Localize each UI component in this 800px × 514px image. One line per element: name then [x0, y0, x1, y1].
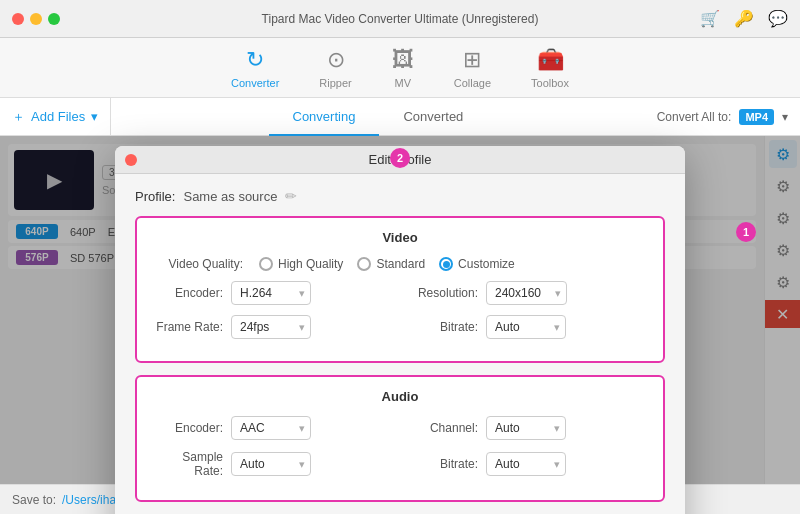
- framerate-select-wrapper: 24fps: [231, 315, 311, 339]
- save-to-label: Save to:: [12, 493, 56, 507]
- modal-body: Profile: Same as source ✏ Video Video Qu…: [115, 174, 685, 514]
- encoder-col: Encoder: H.264: [153, 281, 392, 305]
- toolbox-icon: 🧰: [537, 47, 564, 73]
- audio-bitrate-label: Bitrate:: [408, 457, 478, 471]
- channel-select[interactable]: Auto: [486, 416, 566, 440]
- customize-label: Customize: [458, 257, 515, 271]
- video-section-title: Video: [153, 230, 647, 245]
- audio-encoder-col: Encoder: AAC: [153, 416, 392, 440]
- framerate-select[interactable]: 24fps: [231, 315, 311, 339]
- converter-icon: ↻: [246, 47, 264, 73]
- toolbox-label: Toolbox: [531, 77, 569, 89]
- channel-label: Channel:: [408, 421, 478, 435]
- audio-bitrate-select[interactable]: Auto: [486, 452, 566, 476]
- radio-high-quality[interactable]: High Quality: [259, 257, 343, 271]
- add-files-label: Add Files: [31, 109, 85, 124]
- samplerate-select-wrapper: Auto: [231, 452, 311, 476]
- encoder-resolution-row: Encoder: H.264 Resolution: 2: [153, 281, 647, 305]
- audio-section-title: Audio: [153, 389, 647, 404]
- bitrate-select[interactable]: Auto: [486, 315, 566, 339]
- tab-converting[interactable]: Converting: [269, 98, 380, 136]
- ripper-icon: ⊙: [327, 47, 345, 73]
- resolution-label: Resolution:: [408, 286, 478, 300]
- resolution-col: Resolution: 240x160: [408, 281, 647, 305]
- plus-icon: ＋: [12, 108, 25, 126]
- audio-encoder-label: Encoder:: [153, 421, 223, 435]
- radio-circle-standard: [357, 257, 371, 271]
- frame-rate-label: Frame Rate:: [153, 320, 223, 334]
- dropdown-arrow-icon: ▾: [91, 109, 98, 124]
- badge-number-1: 1: [736, 222, 756, 242]
- audio-bitrate-col: Bitrate: Auto: [408, 452, 647, 476]
- toolbar-tabs: Converting Converted: [111, 98, 644, 136]
- message-icon[interactable]: 💬: [768, 9, 788, 28]
- profile-value: Same as source: [183, 189, 277, 204]
- samplerate-select[interactable]: Auto: [231, 452, 311, 476]
- convert-all-label: Convert All to:: [657, 110, 732, 124]
- title-bar: Tipard Mac Video Converter Ultimate (Unr…: [0, 0, 800, 38]
- nav-tabs: ↻ Converter ⊙ Ripper 🖼 MV ⊞ Collage 🧰 To…: [0, 38, 800, 98]
- standard-label: Standard: [376, 257, 425, 271]
- resolution-select[interactable]: 240x160: [486, 281, 567, 305]
- encoder-select[interactable]: H.264: [231, 281, 311, 305]
- badge-number-2: 2: [390, 148, 410, 168]
- cart-icon[interactable]: 🛒: [700, 9, 720, 28]
- mv-label: MV: [394, 77, 411, 89]
- sample-rate-label: Sample Rate:: [153, 450, 223, 478]
- audio-bitrate-select-wrapper: Auto: [486, 452, 566, 476]
- app-title: Tipard Mac Video Converter Ultimate (Unr…: [262, 12, 539, 26]
- radio-circle-customize: [439, 257, 453, 271]
- key-icon[interactable]: 🔑: [734, 9, 754, 28]
- bitrate-col: Bitrate: Auto: [408, 315, 647, 339]
- nav-tab-converter[interactable]: ↻ Converter: [231, 47, 279, 89]
- samplerate-audiobitrate-row: Sample Rate: Auto Bitrate: A: [153, 450, 647, 478]
- format-badge: MP4: [739, 109, 774, 125]
- channel-col: Channel: Auto: [408, 416, 647, 440]
- high-quality-label: High Quality: [278, 257, 343, 271]
- video-quality-row: Video Quality: High Quality Standard: [153, 257, 647, 271]
- collage-icon: ⊞: [463, 47, 481, 73]
- maximize-button[interactable]: [48, 13, 60, 25]
- video-section: Video Video Quality: High Quality Standa…: [135, 216, 665, 363]
- encoder-label: Encoder:: [153, 286, 223, 300]
- tab-converted[interactable]: Converted: [379, 98, 487, 136]
- audio-encoder-select-wrapper: AAC: [231, 416, 311, 440]
- audio-encoder-select[interactable]: AAC: [231, 416, 311, 440]
- framerate-col: Frame Rate: 24fps: [153, 315, 392, 339]
- format-dropdown-arrow[interactable]: ▾: [782, 110, 788, 124]
- audio-section: Audio Encoder: AAC Channel:: [135, 375, 665, 502]
- main-area: ▶ 3GP2 Source 640P 640P Encoder: H.264 R…: [0, 136, 800, 484]
- profile-row: Profile: Same as source ✏: [135, 188, 665, 204]
- nav-tab-ripper[interactable]: ⊙ Ripper: [319, 47, 351, 89]
- add-files-button[interactable]: ＋ Add Files ▾: [0, 98, 111, 135]
- bitrate-label: Bitrate:: [408, 320, 478, 334]
- encoder-select-wrapper: H.264: [231, 281, 311, 305]
- toolbar: ＋ Add Files ▾ Converting Converted Conve…: [0, 98, 800, 136]
- video-quality-label: Video Quality:: [153, 257, 243, 271]
- modal-close-button[interactable]: [125, 154, 137, 166]
- radio-circle-high: [259, 257, 273, 271]
- edit-icon[interactable]: ✏: [285, 188, 297, 204]
- bitrate-select-wrapper: Auto: [486, 315, 566, 339]
- close-button[interactable]: [12, 13, 24, 25]
- modal-overlay: 2 Edit Profile Profile: Same as source ✏…: [0, 136, 800, 484]
- video-quality-options: High Quality Standard Customize: [259, 257, 647, 271]
- nav-tab-collage[interactable]: ⊞ Collage: [454, 47, 491, 89]
- samplerate-col: Sample Rate: Auto: [153, 450, 392, 478]
- minimize-button[interactable]: [30, 13, 42, 25]
- convert-all-section: Convert All to: MP4 ▾: [645, 109, 800, 125]
- audio-encoder-channel-row: Encoder: AAC Channel: Auto: [153, 416, 647, 440]
- ripper-label: Ripper: [319, 77, 351, 89]
- nav-tab-mv[interactable]: 🖼 MV: [392, 47, 414, 89]
- converter-label: Converter: [231, 77, 279, 89]
- radio-customize[interactable]: Customize: [439, 257, 515, 271]
- mv-icon: 🖼: [392, 47, 414, 73]
- radio-standard[interactable]: Standard: [357, 257, 425, 271]
- channel-select-wrapper: Auto: [486, 416, 566, 440]
- resolution-select-wrapper: 240x160: [486, 281, 567, 305]
- traffic-lights: [12, 13, 60, 25]
- title-icons: 🛒 🔑 💬: [700, 9, 788, 28]
- nav-tab-toolbox[interactable]: 🧰 Toolbox: [531, 47, 569, 89]
- profile-label: Profile:: [135, 189, 175, 204]
- framerate-bitrate-row: Frame Rate: 24fps Bitrate: A: [153, 315, 647, 339]
